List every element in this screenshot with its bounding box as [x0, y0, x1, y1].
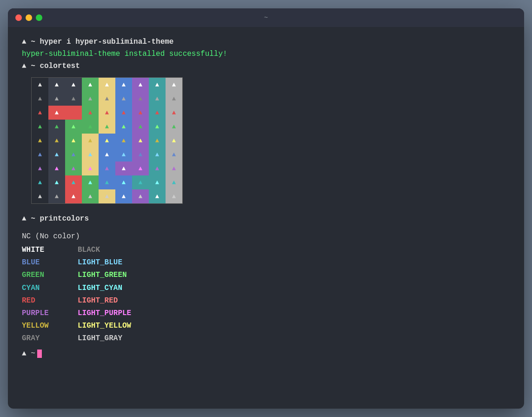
grid-cell: ▲: [65, 161, 82, 175]
grid-cell: ▲: [149, 175, 166, 189]
grid-cell: ▲: [132, 92, 149, 106]
color-label-cyan: CYAN: [22, 282, 78, 295]
grid-cell: ▲: [32, 92, 48, 106]
grid-cell: ▲: [48, 92, 65, 106]
grid-cell: ▲: [115, 106, 132, 120]
grid-cell: ▲: [65, 134, 82, 148]
grid-cell: ▲: [132, 161, 149, 175]
grid-cell: ▲: [48, 134, 65, 148]
grid-cell: ▲: [82, 120, 99, 134]
output-line-1: hyper-subliminal-theme installed success…: [22, 48, 510, 60]
grid-cell: ▲: [149, 161, 166, 175]
colortest-grid: ▲ ▲ ▲ ▲ ▲ ▲ ▲ ▲ ▲ ▲ ▲ ▲ ▲ ▲ ▲ ▲ ▲ ▲: [31, 77, 183, 204]
grid-cell: ▲: [115, 161, 132, 175]
minimize-button[interactable]: [26, 14, 32, 21]
grid-cell: ▲: [32, 78, 48, 92]
grid-cell: ▲: [132, 134, 149, 148]
grid-cell: ▲: [48, 189, 65, 203]
grid-cell: ▲: [149, 189, 166, 203]
grid-cell: ▲: [132, 189, 149, 203]
grid-cell: ▲: [48, 148, 65, 161]
color-row-cyan: CYAN LIGHT_CYAN: [22, 282, 510, 295]
grid-cell: ▲: [115, 120, 132, 134]
grid-cell: ▲: [82, 78, 99, 92]
grid-cell: ▲: [32, 134, 48, 148]
grid-cell: ▲: [82, 134, 99, 148]
grid-cell: ▲: [32, 161, 48, 175]
grid-cell: ▲: [82, 189, 99, 203]
grid-row-5: ▲ ▲ ▲ ▲ ▲ ▲ ▲ ▲ ▲: [32, 148, 182, 161]
grid-cell: ▲: [99, 120, 115, 134]
grid-cell: ▲: [132, 148, 149, 161]
grid-cell: ▲: [166, 78, 182, 92]
grid-cell: ▲: [82, 175, 99, 189]
grid-cell: ▲: [149, 78, 166, 92]
grid-cell: ▲: [166, 134, 182, 148]
color-label-white: WHITE: [22, 244, 78, 256]
grid-cell: ▲: [99, 148, 115, 161]
grid-cell: ▲: [166, 189, 182, 203]
grid-cell: ▲: [166, 161, 182, 175]
grid-cell: ▲: [65, 106, 82, 120]
color-label-light-blue: LIGHT_BLUE: [78, 256, 122, 269]
grid-row-0: ▲ ▲ ▲ ▲ ▲ ▲ ▲ ▲ ▲: [32, 78, 182, 92]
grid-cell: ▲: [149, 92, 166, 106]
grid-cell: ▲: [32, 148, 48, 161]
grid-cell: ▲: [32, 189, 48, 203]
grid-cell: ▲: [166, 120, 182, 134]
color-label-red: RED: [22, 295, 78, 307]
grid-cell: ▲: [32, 175, 48, 189]
grid-cell: ▲: [99, 189, 115, 203]
title-bar: ~: [8, 8, 524, 27]
grid-cell: ▲: [132, 78, 149, 92]
grid-cell: ▲: [149, 148, 166, 161]
color-label-light-cyan: LIGHT_CYAN: [78, 282, 122, 295]
grid-cell: ▲: [99, 134, 115, 148]
color-label-light-green: LIGHT_GREEN: [78, 269, 127, 282]
grid-row-3: ▲ ▲ ▲ ▲ ▲ ▲ ▲ ▲ ▲: [32, 120, 182, 134]
color-label-black: BLACK: [78, 244, 100, 256]
grid-cell: ▲: [48, 106, 65, 120]
color-label-gray: GRAY: [22, 332, 78, 345]
color-row-red: RED LIGHT_RED: [22, 295, 510, 307]
grid-cell: ▲: [115, 175, 132, 189]
grid-cell: ▲: [48, 120, 65, 134]
grid-cell: ▲: [65, 78, 82, 92]
window-title: ~: [264, 14, 268, 21]
nc-line: NC (No color): [22, 231, 510, 242]
grid-cell: ▲: [132, 106, 149, 120]
traffic-lights: [15, 14, 42, 21]
color-label-light-yellow: LIGHT_YELLOW: [78, 320, 131, 332]
color-row-gray: GRAY LIGHT_GRAY: [22, 332, 510, 345]
grid-cell: ▲: [99, 78, 115, 92]
grid-cell: ▲: [99, 175, 115, 189]
color-label-purple: PURPLE: [22, 307, 78, 320]
grid-cell: ▲: [82, 161, 99, 175]
color-label-light-red: LIGHT_RED: [78, 295, 118, 307]
final-prompt-text: ▲ ~: [22, 348, 35, 359]
grid-cell: ▲: [65, 189, 82, 203]
grid-cell: ▲: [48, 175, 65, 189]
grid-cell: ▲: [48, 78, 65, 92]
cursor: [37, 350, 42, 358]
grid-row-7: ▲ ▲ ▲ ▲ ▲ ▲ ▲ ▲ ▲: [32, 175, 182, 189]
grid-row-2: ▲ ▲ ▲ ▲ ▲ ▲ ▲ ▲ ▲: [32, 106, 182, 120]
color-label-green: GREEN: [22, 269, 78, 282]
grid-cell: ▲: [115, 134, 132, 148]
grid-row-1: ▲ ▲ ▲ ▲ ▲ ▲ ▲ ▲ ▲: [32, 92, 182, 106]
grid-cell: ▲: [166, 92, 182, 106]
color-label-yellow: YELLOW: [22, 320, 78, 332]
grid-cell: ▲: [99, 161, 115, 175]
close-button[interactable]: [15, 14, 22, 21]
grid-cell: ▲: [48, 161, 65, 175]
color-label-light-gray: LIGHT_GRAY: [78, 332, 122, 345]
grid-cell: ▲: [32, 120, 48, 134]
grid-row-4: ▲ ▲ ▲ ▲ ▲ ▲ ▲ ▲ ▲: [32, 134, 182, 148]
color-row-purple: PURPLE LIGHT_PURPLE: [22, 307, 510, 320]
command-line-3: ▲ ~ printcolors: [22, 213, 510, 224]
maximize-button[interactable]: [36, 14, 42, 21]
prompt-final: ▲ ~: [22, 348, 510, 359]
grid-cell: ▲: [99, 92, 115, 106]
gap: [22, 225, 510, 231]
grid-cell: ▲: [132, 120, 149, 134]
